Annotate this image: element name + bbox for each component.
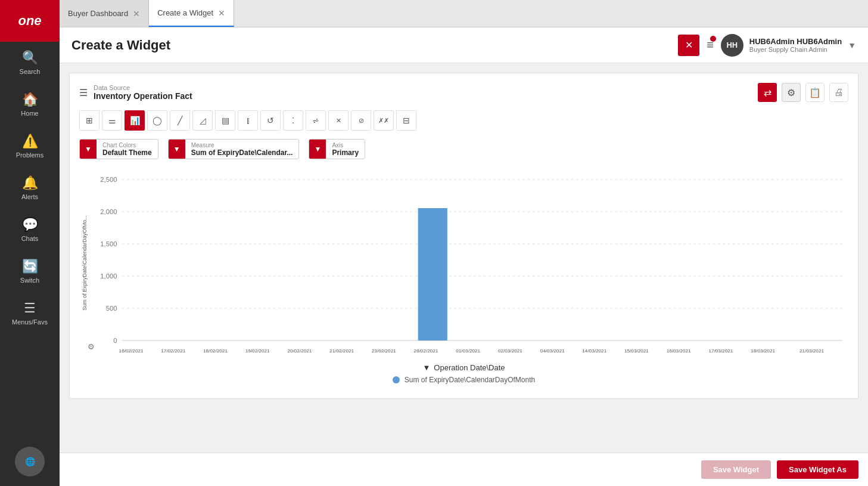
- menu-button[interactable]: ≡: [707, 38, 714, 52]
- svg-text:Sum of ExpiryDate\CalendarDayO: Sum of ExpiryDate\CalendarDayOfMo...: [82, 215, 88, 311]
- save-widget-as-button[interactable]: Save Widget As: [777, 460, 858, 479]
- save-widget-button[interactable]: Save Widget: [701, 460, 771, 479]
- print-icon: 🖨: [834, 87, 844, 98]
- svg-text:⚙: ⚙: [88, 342, 95, 351]
- tabs-bar: Buyer Dashboard ✕ Create a Widget ✕: [60, 0, 868, 27]
- user-role: Buyer Supply Chain Admin: [749, 46, 842, 53]
- tab-create-widget[interactable]: Create a Widget ✕: [149, 0, 234, 27]
- datasource-info: Data Source Inventory Operation Fact: [94, 84, 192, 101]
- datasource-print-button[interactable]: 🖨: [829, 83, 848, 102]
- toolbar-filter-button[interactable]: ⚌: [102, 110, 122, 131]
- menu-icon: ☰: [24, 301, 36, 316]
- svg-text:18/02/2021: 18/02/2021: [203, 348, 228, 354]
- sidebar-item-switch[interactable]: 🔄 Switch: [0, 250, 60, 292]
- toolbar-x-line-button[interactable]: ⊘: [351, 110, 371, 131]
- measure-option: ▼ Measure Sum of ExpiryDate\Calendar...: [168, 139, 300, 159]
- svg-text:01/03/2021: 01/03/2021: [456, 348, 480, 354]
- close-icon: ✕: [685, 39, 693, 51]
- chart-colors-dropdown[interactable]: ▼ Chart Colors Default Theme: [79, 139, 158, 159]
- widget-card: ☰ Data Source Inventory Operation Fact ⇄…: [69, 73, 858, 399]
- datasource-settings-button[interactable]: ⚙: [782, 83, 801, 102]
- toolbar-line-button[interactable]: ╱: [170, 110, 190, 131]
- switch-icon: 🔄: [22, 259, 38, 274]
- list-icon: ☰: [79, 87, 88, 98]
- sidebar-item-search[interactable]: 🔍 Search: [0, 42, 60, 83]
- sidebar-item-label: Chats: [21, 235, 39, 242]
- sidebar-item-home[interactable]: 🏠 Home: [0, 83, 60, 125]
- measure-value: Sum of ExpiryDate\Calendar...: [191, 148, 293, 157]
- measure-toggle[interactable]: ▼: [169, 140, 185, 159]
- toolbar-xx-chart-button[interactable]: ✗✗: [374, 110, 394, 131]
- svg-text:02/03/2021: 02/03/2021: [498, 348, 522, 354]
- axis-toggle[interactable]: ▼: [309, 140, 326, 159]
- chart-colors-value: Default Theme: [102, 148, 152, 157]
- toolbar-table-button[interactable]: ⊞: [79, 110, 99, 131]
- user-info[interactable]: HH HUB6Admin HUB6Admin Buyer Supply Chai…: [721, 34, 856, 57]
- sidebar-item-chats[interactable]: 💬 Chats: [0, 209, 60, 250]
- sidebar-item-label: Search: [20, 68, 41, 75]
- avatar-icon: 🌐: [25, 457, 35, 466]
- chart-svg: 2,500 2,000 1,500 1,000 500 0 Sum of Exp…: [79, 168, 848, 358]
- svg-text:21/02/2021: 21/02/2021: [329, 348, 354, 354]
- tab-label: Create a Widget: [157, 8, 213, 17]
- home-icon: 🏠: [22, 92, 38, 107]
- toolbar-pie-chart-button[interactable]: ◯: [147, 110, 167, 131]
- chart-bar: [418, 208, 447, 340]
- axis-label: Axis: [332, 142, 359, 148]
- toolbar-bar-chart-button[interactable]: 📊: [125, 110, 145, 131]
- svg-text:1,500: 1,500: [100, 240, 117, 247]
- datasource-copy-button[interactable]: 📋: [805, 83, 825, 102]
- svg-text:23/02/2021: 23/02/2021: [372, 348, 396, 354]
- datasource-toggle-button[interactable]: ⇄: [758, 83, 777, 102]
- datasource-label: Data Source: [94, 84, 192, 91]
- toolbar-combo-button[interactable]: ↺: [260, 110, 281, 131]
- toolbar-stacked-bar-button[interactable]: ▤: [215, 110, 235, 131]
- sidebar-item-alerts[interactable]: 🔔 Alerts: [0, 167, 60, 209]
- main-area: Buyer Dashboard ✕ Create a Widget ✕ Crea…: [60, 0, 868, 486]
- axis-text: Axis Primary: [326, 142, 365, 157]
- axis-dropdown[interactable]: ▼ Axis Primary: [309, 139, 365, 159]
- user-text: HUB6Admin HUB6Admin Buyer Supply Chain A…: [749, 37, 842, 53]
- svg-text:15/03/2021: 15/03/2021: [624, 348, 649, 354]
- chevron-down-icon: ▼: [848, 41, 856, 50]
- svg-text:2,500: 2,500: [100, 176, 117, 183]
- toolbar-area-button[interactable]: ◿: [192, 110, 213, 131]
- close-button[interactable]: ✕: [678, 35, 699, 56]
- toggle-icon: ⇄: [764, 87, 771, 98]
- toolbar-scatter-button[interactable]: ⁚: [283, 110, 303, 131]
- sidebar-item-label: Home: [21, 110, 38, 117]
- toolbar-x-bar-button[interactable]: ✕: [328, 110, 349, 131]
- tab-close-button[interactable]: ✕: [133, 10, 140, 18]
- chart-colors-toggle[interactable]: ▼: [80, 140, 97, 159]
- tab-buyer-dashboard[interactable]: Buyer Dashboard ✕: [60, 0, 149, 27]
- sidebar-item-menus[interactable]: ☰ Menus/Favs: [0, 292, 60, 334]
- legend-label: Sum of ExpiryDate\CalendarDayOfMonth: [405, 376, 535, 384]
- datasource-name: Inventory Operation Fact: [94, 91, 192, 101]
- svg-text:18/03/2021: 18/03/2021: [751, 348, 775, 354]
- bell-icon: 🔔: [22, 175, 38, 191]
- sidebar-item-label: Alerts: [21, 193, 38, 200]
- toolbar-waterfall-button[interactable]: ⩫: [306, 110, 326, 131]
- header-actions: ✕ ≡ HH HUB6Admin HUB6Admin Buyer Supply …: [678, 34, 856, 57]
- sidebar-user-avatar[interactable]: 🌐: [15, 447, 45, 476]
- copy-icon: 📋: [809, 87, 821, 98]
- tab-close-button[interactable]: ✕: [218, 9, 225, 17]
- toolbar-grouped-bar-button[interactable]: ⫿: [238, 110, 258, 131]
- svg-text:19/02/2021: 19/02/2021: [245, 348, 270, 354]
- sidebar: one 🔍 Search 🏠 Home ⚠️ Problems 🔔 Alerts…: [0, 0, 60, 486]
- sidebar-item-problems[interactable]: ⚠️ Problems: [0, 125, 60, 167]
- sidebar-item-label: Menus/Favs: [12, 318, 48, 326]
- toolbar-grid-button[interactable]: ⊟: [396, 110, 416, 131]
- notification-dot: [710, 36, 716, 42]
- user-avatar: HH: [721, 34, 743, 57]
- filter-icon: ▼: [422, 363, 430, 372]
- svg-text:16/03/2021: 16/03/2021: [667, 348, 691, 354]
- measure-dropdown[interactable]: ▼ Measure Sum of ExpiryDate\Calendar...: [168, 139, 300, 159]
- measure-text: Measure Sum of ExpiryDate\Calendar...: [185, 142, 299, 157]
- app-logo[interactable]: one: [0, 0, 60, 42]
- chart-colors-option: ▼ Chart Colors Default Theme: [79, 139, 158, 159]
- chart-legend: Sum of ExpiryDate\CalendarDayOfMonth: [79, 376, 848, 384]
- gear-icon: ⚙: [787, 87, 795, 98]
- user-initials: HH: [726, 41, 738, 49]
- svg-text:16/02/2021: 16/02/2021: [119, 348, 144, 354]
